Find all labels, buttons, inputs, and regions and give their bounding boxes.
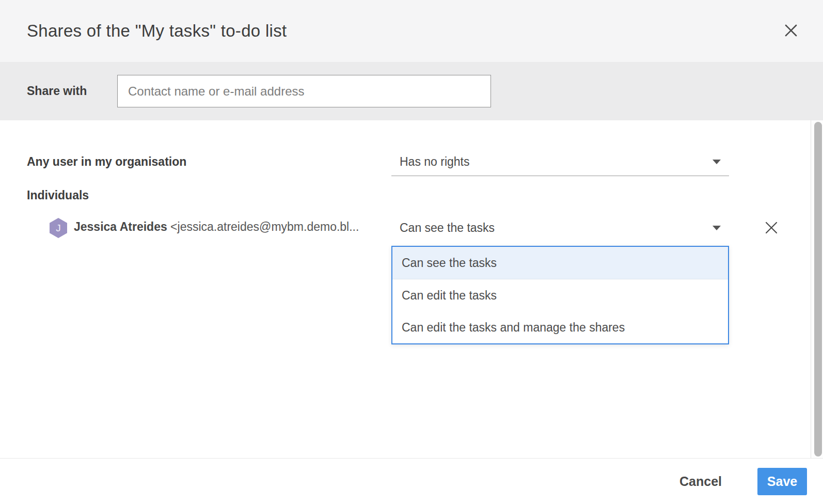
save-button[interactable]: Save [757, 468, 807, 495]
individuals-heading: Individuals [27, 188, 89, 202]
share-with-bar: Share with [0, 62, 823, 120]
member-rights-select[interactable]: Can see the tasks [391, 214, 729, 242]
org-rights-value: Has no rights [400, 155, 470, 169]
member-name: Jessica Atreides [74, 220, 167, 233]
chevron-down-icon [713, 160, 721, 164]
dropdown-option-can-edit-manage[interactable]: Can edit the tasks and manage the shares [392, 311, 728, 343]
member-rights-value: Can see the tasks [400, 221, 495, 235]
remove-member-button[interactable] [763, 220, 780, 237]
share-with-label: Share with [27, 84, 117, 98]
cancel-button[interactable]: Cancel [679, 474, 722, 489]
avatar: J [50, 218, 67, 238]
dropdown-option-can-edit[interactable]: Can edit the tasks [392, 279, 728, 311]
dialog-footer: Cancel Save [0, 458, 823, 504]
close-dialog-button[interactable] [780, 20, 802, 42]
contact-search-input[interactable] [117, 75, 491, 107]
scrollbar-thumb[interactable] [814, 122, 822, 456]
remove-icon [764, 220, 779, 237]
member-email: <jessica.atreides@mybm.demo.bl... [170, 220, 359, 233]
dialog-title: Shares of the "My tasks" to-do list [27, 21, 287, 41]
dialog-body: Any user in my organisation Has no right… [0, 120, 823, 458]
org-rights-select[interactable]: Has no rights [391, 148, 729, 176]
close-icon [783, 22, 799, 40]
member-identity: Jessica Atreides <jessica.atreides@mybm.… [74, 220, 359, 234]
org-row-label: Any user in my organisation [27, 154, 186, 169]
avatar-letter: J [56, 223, 61, 234]
share-dialog: Shares of the "My tasks" to-do list Shar… [0, 0, 823, 504]
permissions-dropdown: Can see the tasks Can edit the tasks Can… [391, 246, 729, 344]
chevron-down-icon [713, 226, 721, 230]
scrollbar-track[interactable] [811, 120, 823, 458]
dialog-header: Shares of the "My tasks" to-do list [0, 0, 823, 62]
dropdown-option-can-see[interactable]: Can see the tasks [392, 247, 728, 279]
